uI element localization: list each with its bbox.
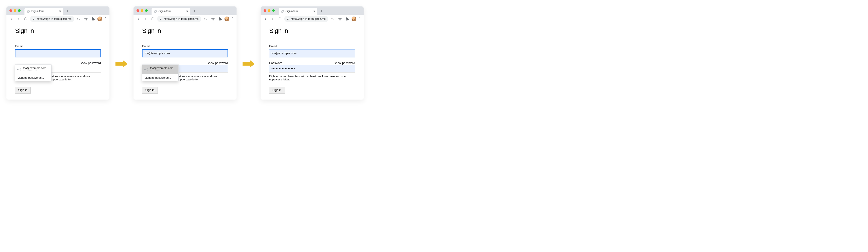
lock-icon bbox=[286, 18, 289, 20]
arrow-icon bbox=[116, 60, 127, 68]
profile-avatar[interactable] bbox=[97, 17, 102, 21]
reload-button[interactable] bbox=[23, 16, 29, 22]
globe-icon bbox=[18, 68, 21, 71]
close-window-icon[interactable] bbox=[9, 9, 12, 12]
email-input[interactable] bbox=[15, 49, 101, 57]
address-bar[interactable]: https://sign-in-form.glitch.me bbox=[284, 16, 329, 22]
window-controls bbox=[262, 6, 279, 15]
minimize-window-icon[interactable] bbox=[268, 9, 271, 12]
show-password-toggle[interactable]: Show password bbox=[334, 61, 355, 65]
autofill-popup: foo@example.com •••••••••••••••• Manage … bbox=[142, 64, 179, 81]
tab-title: Signin form bbox=[31, 10, 44, 13]
arrow-icon bbox=[243, 60, 254, 68]
signin-button[interactable]: Sign in bbox=[15, 87, 31, 93]
page-content: Sign in Email foo@example.com ••••••••••… bbox=[6, 23, 110, 100]
reload-button[interactable] bbox=[277, 16, 283, 22]
signin-button[interactable]: Sign in bbox=[142, 87, 158, 93]
lock-icon bbox=[159, 18, 162, 20]
extensions-icon[interactable] bbox=[217, 16, 223, 22]
close-tab-icon[interactable]: × bbox=[59, 9, 61, 13]
address-bar[interactable]: https://sign-in-form.glitch.me bbox=[30, 16, 74, 22]
browser-window: Signin form × + https://sign-in-form.gli… bbox=[6, 6, 110, 100]
window-controls bbox=[135, 6, 152, 15]
svg-rect-8 bbox=[334, 19, 334, 19]
tab-title: Signin form bbox=[285, 10, 299, 13]
minimize-window-icon[interactable] bbox=[14, 9, 16, 12]
page-title: Sign in bbox=[142, 27, 228, 34]
autofill-popup: foo@example.com •••••••••••••••• Manage … bbox=[15, 64, 52, 81]
maximize-window-icon[interactable] bbox=[272, 9, 275, 12]
url-text: https://sign-in-form.glitch.me bbox=[163, 17, 198, 21]
new-tab-button[interactable]: + bbox=[318, 8, 324, 14]
close-window-icon[interactable] bbox=[264, 9, 266, 12]
browser-window: Signin form × + https://sign-in-form.gli… bbox=[260, 6, 364, 100]
email-input[interactable] bbox=[269, 49, 355, 57]
show-password-toggle[interactable]: Show password bbox=[80, 61, 101, 65]
key-icon[interactable] bbox=[203, 16, 209, 22]
svg-point-0 bbox=[77, 18, 79, 19]
url-text: https://sign-in-form.glitch.me bbox=[290, 17, 326, 21]
back-button[interactable] bbox=[135, 16, 141, 22]
tab-title: Signin form bbox=[158, 10, 172, 13]
globe-icon bbox=[145, 68, 148, 71]
password-label: Password bbox=[269, 61, 282, 65]
password-input[interactable] bbox=[269, 65, 355, 73]
menu-icon[interactable]: ⋮ bbox=[230, 17, 235, 21]
key-icon[interactable] bbox=[75, 16, 82, 22]
tab-strip: Signin form × + bbox=[260, 6, 364, 15]
extensions-icon[interactable] bbox=[344, 16, 350, 22]
forward-button[interactable] bbox=[270, 16, 276, 22]
svg-point-6 bbox=[332, 18, 333, 19]
email-label: Email bbox=[142, 45, 228, 48]
close-tab-icon[interactable]: × bbox=[186, 9, 188, 13]
autofill-password-mask: •••••••••••••••• bbox=[150, 70, 174, 72]
globe-icon bbox=[27, 10, 30, 13]
new-tab-button[interactable]: + bbox=[191, 8, 197, 14]
autofill-suggestion[interactable]: foo@example.com •••••••••••••••• bbox=[15, 65, 51, 74]
new-tab-button[interactable]: + bbox=[64, 8, 70, 14]
tab-strip: Signin form × + bbox=[133, 6, 237, 15]
manage-passwords-link[interactable]: Manage passwords... bbox=[142, 75, 178, 81]
browser-toolbar: https://sign-in-form.glitch.me ⋮ bbox=[260, 15, 364, 23]
email-input[interactable] bbox=[142, 49, 228, 57]
back-button[interactable] bbox=[8, 16, 14, 22]
star-icon[interactable] bbox=[337, 16, 343, 22]
page-content: Sign in Email Password Show password Eig… bbox=[260, 23, 364, 100]
key-icon[interactable] bbox=[330, 16, 336, 22]
show-password-toggle[interactable]: Show password bbox=[207, 61, 228, 65]
maximize-window-icon[interactable] bbox=[18, 9, 21, 12]
email-label: Email bbox=[15, 45, 101, 48]
page-title: Sign in bbox=[269, 27, 355, 34]
email-label: Email bbox=[269, 45, 355, 48]
autofill-suggestion[interactable]: foo@example.com •••••••••••••••• bbox=[142, 65, 178, 74]
minimize-window-icon[interactable] bbox=[141, 9, 144, 12]
back-button[interactable] bbox=[262, 16, 268, 22]
profile-avatar[interactable] bbox=[224, 17, 229, 21]
close-tab-icon[interactable]: × bbox=[313, 9, 315, 13]
browser-tab[interactable]: Signin form × bbox=[152, 8, 190, 15]
close-window-icon[interactable] bbox=[136, 9, 139, 12]
browser-tab[interactable]: Signin form × bbox=[25, 8, 63, 15]
menu-icon[interactable]: ⋮ bbox=[358, 17, 362, 21]
globe-icon bbox=[154, 10, 157, 13]
url-text: https://sign-in-form.glitch.me bbox=[36, 17, 71, 21]
signin-button[interactable]: Sign in bbox=[269, 87, 285, 93]
forward-button[interactable] bbox=[143, 16, 149, 22]
star-icon[interactable] bbox=[83, 16, 89, 22]
extensions-icon[interactable] bbox=[90, 16, 96, 22]
star-icon[interactable] bbox=[210, 16, 216, 22]
autofill-email: foo@example.com bbox=[23, 66, 46, 70]
reload-button[interactable] bbox=[150, 16, 156, 22]
manage-passwords-link[interactable]: Manage passwords... bbox=[15, 75, 51, 81]
address-bar[interactable]: https://sign-in-form.glitch.me bbox=[157, 16, 201, 22]
page-title: Sign in bbox=[15, 27, 101, 34]
browser-tab[interactable]: Signin form × bbox=[279, 8, 317, 15]
lock-icon bbox=[32, 18, 35, 20]
profile-avatar[interactable] bbox=[351, 17, 356, 21]
autofill-email: foo@example.com bbox=[150, 66, 174, 70]
forward-button[interactable] bbox=[16, 16, 22, 22]
globe-icon bbox=[281, 10, 284, 13]
maximize-window-icon[interactable] bbox=[145, 9, 148, 12]
page-content: Sign in Email foo@example.com ••••••••••… bbox=[133, 23, 237, 100]
menu-icon[interactable]: ⋮ bbox=[103, 17, 108, 21]
